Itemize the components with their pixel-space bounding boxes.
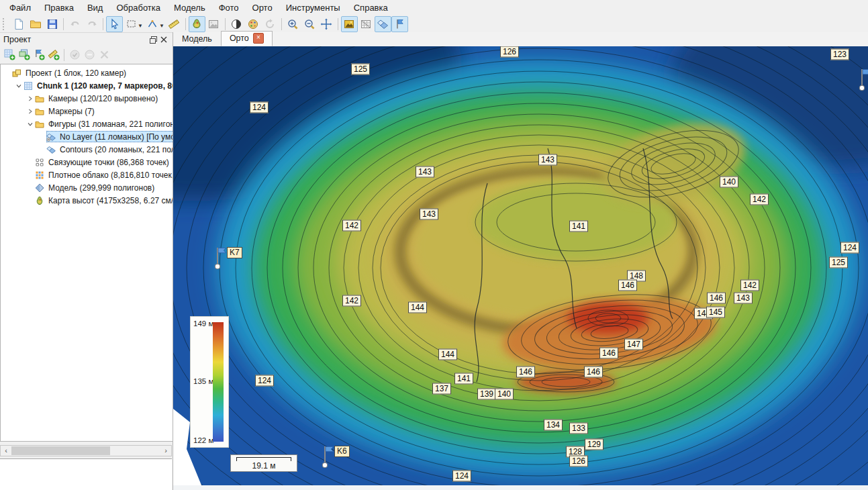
tree-node-9[interactable]: Плотное облако (8,816,810 точек, (1, 168, 173, 181)
elevation-label: 129 (585, 439, 604, 450)
elevation-label: 124 (250, 102, 269, 113)
rotate-view-button[interactable] (262, 16, 279, 32)
source-image-view-button[interactable] (205, 16, 222, 32)
polyline-draw-icon (146, 18, 158, 30)
marker-label: K6 (334, 446, 350, 457)
elevation-label: 124 (840, 242, 859, 254)
toolbar-separator (185, 18, 186, 30)
save-project-button[interactable] (44, 16, 60, 32)
select-cursor-button[interactable] (106, 16, 123, 32)
show-seamlines-button[interactable] (358, 16, 375, 32)
dem-raster (173, 46, 868, 490)
project-tree-hscrollbar[interactable]: ‹ › (0, 445, 172, 456)
tab-Модель[interactable]: Модель (173, 32, 221, 46)
expander-open-icon[interactable] (25, 120, 35, 128)
toolbar-separator (63, 18, 64, 30)
cursor-arrow-icon (109, 18, 121, 30)
scrollbar-thumb[interactable] (11, 446, 110, 455)
expander-open-icon[interactable] (13, 82, 23, 90)
elevation-label: 146 (618, 280, 637, 291)
close-icon (160, 36, 167, 43)
tree-node-label: Камеры (120/120 выровнено) (48, 94, 158, 103)
tab-label: Орто (230, 34, 249, 43)
add-scale-bar-button[interactable] (46, 48, 61, 62)
new-project-button[interactable] (10, 16, 27, 32)
tree-node-6[interactable]: No Layer (11 ломаных) [По умо (1, 130, 173, 143)
elevation-label: 143 (420, 209, 438, 220)
panel-close-button[interactable] (158, 35, 169, 45)
open-project-button[interactable] (27, 16, 44, 32)
palette-button[interactable] (245, 16, 262, 32)
tree-node-4[interactable]: Маркеры (7) (1, 105, 173, 117)
menu-item-5[interactable]: Модель (167, 1, 212, 15)
tree-node-11[interactable]: Карта высот (4175x3258, 6.27 см/пи (1, 194, 173, 207)
add-scalebar-icon (48, 49, 60, 60)
redo-button[interactable] (83, 16, 100, 32)
shapes_nolayer-icon (46, 132, 57, 142)
zoom-in-button[interactable] (285, 16, 301, 32)
menu-item-1[interactable]: Файл (3, 1, 38, 15)
add-photos-button[interactable] (17, 48, 32, 62)
redo-icon (86, 18, 98, 30)
elevation-legend: 149 м 135 м 122 м (190, 316, 229, 448)
main-toolbar: ▼ ▼ (0, 15, 868, 32)
ruler-button[interactable] (166, 16, 183, 32)
add-chunk-button[interactable] (2, 48, 17, 62)
zoom-out-button[interactable] (301, 16, 318, 32)
tab-close-icon[interactable]: × (253, 33, 264, 44)
menu-item-4[interactable]: Обработка (109, 1, 167, 15)
add-marker-button[interactable] (32, 48, 46, 62)
tree-node-10[interactable]: Модель (299,999 полигонов) (1, 181, 173, 194)
elevation-label: 125 (351, 64, 370, 75)
undo-button[interactable] (66, 16, 83, 32)
dem-icon (35, 196, 46, 205)
menu-item-8[interactable]: Инструменты (279, 1, 347, 15)
show-markers-button[interactable] (391, 16, 408, 32)
project-panel: Проект Проект (1 блок, 120 камер)Chunk 1… (0, 32, 173, 490)
brightness-contrast-button[interactable] (228, 16, 245, 32)
folder-icon (35, 119, 46, 129)
expander-closed-icon[interactable] (25, 107, 35, 115)
menu-item-3[interactable]: Вид (81, 1, 110, 15)
menu-item-6[interactable]: Фото (212, 1, 246, 15)
tree-node-5[interactable]: Фигуры (31 ломаная, 221 полигон) (1, 117, 173, 130)
elevation-label: 144 (438, 349, 457, 360)
panel-float-button[interactable] (148, 35, 158, 45)
document-tabs: МодельОрто× (173, 32, 868, 46)
expander-closed-icon[interactable] (25, 95, 35, 103)
menu-item-7[interactable]: Орто (246, 1, 279, 15)
float-window-icon (150, 36, 157, 44)
remove-button[interactable] (97, 48, 111, 62)
ortho-viewport[interactable]: 1261231251241431431401421431411421241251… (173, 46, 868, 490)
check-circle-icon (69, 49, 81, 60)
tab-Орто[interactable]: Орто× (221, 31, 273, 46)
dem-shaded-view-button[interactable] (189, 16, 205, 32)
disable-button[interactable] (82, 48, 97, 62)
menu-item-9[interactable]: Справка (347, 1, 395, 15)
draw-dropdown-arrow[interactable]: ▼ (159, 23, 164, 29)
show-shapes-button[interactable] (375, 16, 391, 32)
tree-node-2[interactable]: Chunk 1 (120 камер, 7 маркеров, 86, (1, 79, 173, 92)
chunk-icon (23, 81, 34, 91)
menu-item-2[interactable]: Правка (38, 1, 81, 15)
scale-bar: 19.1 м (230, 454, 297, 472)
new-document-icon (13, 18, 25, 30)
scroll-left-arrow-icon[interactable]: ‹ (1, 446, 11, 456)
show-orthomosaic-button[interactable] (341, 16, 358, 32)
tree-node-label: Chunk 1 (120 камер, 7 маркеров, 86, (37, 81, 173, 91)
validate-button[interactable] (67, 48, 82, 62)
selection-dropdown-arrow[interactable]: ▼ (138, 23, 143, 29)
shapes-icon (377, 18, 389, 30)
orthophoto-icon (343, 18, 355, 30)
project-icon (12, 68, 23, 78)
tree-node-8[interactable]: Связующие точки (86,368 точек) (1, 156, 173, 168)
reset-view-button[interactable] (318, 16, 335, 32)
tree-node-3[interactable]: Камеры (120/120 выровнено) (1, 92, 173, 105)
add-marker-icon (34, 49, 45, 60)
tree-node-1[interactable]: Проект (1 блок, 120 камер) (1, 66, 173, 79)
seamlines-grid-icon (360, 18, 372, 30)
scroll-right-arrow-icon[interactable]: › (160, 446, 171, 456)
scrollbar-track[interactable] (11, 446, 160, 456)
tree-node-7[interactable]: Contours (20 ломаных, 221 пол (1, 143, 173, 156)
elevation-label: 143 (734, 293, 753, 304)
